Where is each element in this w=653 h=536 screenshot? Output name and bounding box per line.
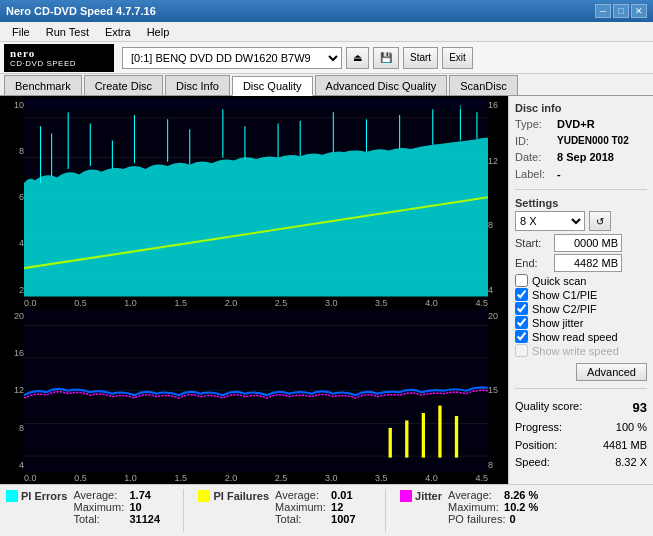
show-read-speed-checkbox[interactable] bbox=[515, 330, 528, 343]
jitter-avg-value: 8.26 % bbox=[504, 489, 544, 501]
jitter-group: Jitter Average: 8.26 % Maximum: 10.2 % P… bbox=[400, 489, 563, 532]
show-c1-pie-label: Show C1/PIE bbox=[532, 289, 597, 301]
menu-help[interactable]: Help bbox=[139, 24, 178, 40]
close-button[interactable]: ✕ bbox=[631, 4, 647, 18]
pi-failures-group: PI Failures Average: 0.01 Maximum: 12 To… bbox=[198, 489, 386, 532]
tab-create-disc[interactable]: Create Disc bbox=[84, 75, 163, 95]
progress-section: Progress: 100 % Position: 4481 MB Speed:… bbox=[515, 419, 647, 472]
pi-errors-max-value: 10 bbox=[129, 501, 169, 513]
quality-score-value: 93 bbox=[633, 400, 647, 415]
label-value: - bbox=[557, 166, 561, 183]
type-value: DVD+R bbox=[557, 116, 595, 133]
jitter-max-label: Maximum: bbox=[448, 501, 500, 513]
jitter-data: Average: 8.26 % Maximum: 10.2 % PO failu… bbox=[448, 489, 549, 525]
end-input[interactable] bbox=[554, 254, 622, 272]
pi-errors-total-label: Total: bbox=[73, 513, 125, 525]
top-chart-y-axis-left: 10 8 6 4 2 bbox=[0, 98, 24, 297]
pi-errors-group: PI Errors Average: 1.74 Maximum: 10 Tota… bbox=[6, 489, 184, 532]
pi-failures-total-row: Total: 1007 bbox=[275, 513, 371, 525]
disc-id-row: ID: YUDEN000 T02 bbox=[515, 133, 647, 150]
speed-value-quality: 8.32 X bbox=[615, 454, 647, 472]
pi-errors-total-row: Total: 31124 bbox=[73, 513, 169, 525]
quick-scan-label: Quick scan bbox=[532, 275, 586, 287]
tab-disc-info[interactable]: Disc Info bbox=[165, 75, 230, 95]
menu-bar: File Run Test Extra Help bbox=[0, 22, 653, 42]
id-label: ID: bbox=[515, 133, 553, 150]
eject-button[interactable]: ⏏ bbox=[346, 47, 369, 69]
pi-failures-label: PI Failures bbox=[213, 490, 269, 502]
app-title: Nero CD-DVD Speed 4.7.7.16 bbox=[6, 5, 156, 17]
start-input[interactable] bbox=[554, 234, 622, 252]
svg-rect-34 bbox=[422, 413, 425, 458]
disc-label-row: Label: - bbox=[515, 166, 647, 183]
menu-file[interactable]: File bbox=[4, 24, 38, 40]
tab-advanced-disc-quality[interactable]: Advanced Disc Quality bbox=[315, 75, 448, 95]
pi-failures-color bbox=[198, 490, 210, 502]
divider-2 bbox=[515, 388, 647, 389]
progress-value: 100 % bbox=[616, 419, 647, 437]
start-button[interactable]: Start bbox=[403, 47, 438, 69]
drive-select[interactable]: [0:1] BENQ DVD DD DW1620 B7W9 bbox=[122, 47, 342, 69]
exit-button[interactable]: Exit bbox=[442, 47, 473, 69]
jitter-max-value: 10.2 % bbox=[504, 501, 544, 513]
progress-label: Progress: bbox=[515, 419, 562, 437]
settings-title: Settings bbox=[515, 197, 647, 209]
toolbar: nero CD·DVD SPEED [0:1] BENQ DVD DD DW16… bbox=[0, 42, 653, 74]
position-row: Position: 4481 MB bbox=[515, 437, 647, 455]
pi-failures-max-value: 12 bbox=[331, 501, 371, 513]
quick-scan-row: Quick scan bbox=[515, 274, 647, 287]
svg-rect-25 bbox=[24, 98, 488, 109]
pi-failures-max-row: Maximum: 12 bbox=[275, 501, 371, 513]
show-c2-pif-checkbox[interactable] bbox=[515, 302, 528, 315]
pi-errors-avg-value: 1.74 bbox=[129, 489, 169, 501]
top-chart-svg bbox=[24, 98, 488, 297]
pi-failures-total-value: 1007 bbox=[331, 513, 371, 525]
menu-extra[interactable]: Extra bbox=[97, 24, 139, 40]
progress-row: Progress: 100 % bbox=[515, 419, 647, 437]
date-value: 8 Sep 2018 bbox=[557, 149, 614, 166]
bottom-chart-y-axis-right: 20 15 8 bbox=[488, 309, 508, 472]
pi-errors-max-label: Maximum: bbox=[73, 501, 125, 513]
jitter-label: Jitter bbox=[415, 490, 442, 502]
disc-info-title: Disc info bbox=[515, 102, 647, 114]
top-chart-y-axis-right: 16 12 8 4 bbox=[488, 98, 508, 297]
bottom-chart-svg bbox=[24, 309, 488, 472]
start-label: Start: bbox=[515, 237, 550, 249]
show-jitter-checkbox[interactable] bbox=[515, 316, 528, 329]
pi-errors-color bbox=[6, 490, 18, 502]
menu-run-test[interactable]: Run Test bbox=[38, 24, 97, 40]
settings-section: Settings 8 X ↺ Start: End: bbox=[515, 197, 647, 381]
quick-scan-checkbox[interactable] bbox=[515, 274, 528, 287]
tab-disc-quality[interactable]: Disc Quality bbox=[232, 76, 313, 96]
jitter-po-label: PO failures: bbox=[448, 513, 505, 525]
pi-failures-avg-label: Average: bbox=[275, 489, 327, 501]
nero-logo: nero CD·DVD SPEED bbox=[4, 44, 114, 72]
refresh-button[interactable]: ↺ bbox=[589, 211, 611, 231]
disc-type-row: Type: DVD+R bbox=[515, 116, 647, 133]
speed-select[interactable]: 8 X bbox=[515, 211, 585, 231]
bottom-chart-y-axis-left: 20 16 12 8 4 bbox=[0, 309, 24, 472]
pi-errors-total-value: 31124 bbox=[129, 513, 169, 525]
save-button[interactable]: 💾 bbox=[373, 47, 399, 69]
show-c1-pie-checkbox[interactable] bbox=[515, 288, 528, 301]
quality-score-label: Quality score: bbox=[515, 400, 582, 415]
svg-rect-36 bbox=[455, 416, 458, 458]
tab-bar: Benchmark Create Disc Disc Info Disc Qua… bbox=[0, 74, 653, 96]
bottom-chart-container: 20 16 12 8 4 bbox=[0, 309, 508, 484]
show-write-speed-checkbox[interactable] bbox=[515, 344, 528, 357]
show-c2-pif-row: Show C2/PIF bbox=[515, 302, 647, 315]
top-chart-inner bbox=[24, 98, 488, 297]
type-label: Type: bbox=[515, 116, 553, 133]
pi-failures-avg-row: Average: 0.01 bbox=[275, 489, 371, 501]
jitter-po-value: 0 bbox=[509, 513, 549, 525]
speed-row: 8 X ↺ bbox=[515, 211, 647, 231]
position-value: 4481 MB bbox=[603, 437, 647, 455]
advanced-button[interactable]: Advanced bbox=[576, 363, 647, 381]
maximize-button[interactable]: □ bbox=[613, 4, 629, 18]
show-read-speed-label: Show read speed bbox=[532, 331, 618, 343]
tab-benchmark[interactable]: Benchmark bbox=[4, 75, 82, 95]
tab-scan-disc[interactable]: ScanDisc bbox=[449, 75, 517, 95]
disc-date-row: Date: 8 Sep 2018 bbox=[515, 149, 647, 166]
title-bar: Nero CD-DVD Speed 4.7.7.16 ─ □ ✕ bbox=[0, 0, 653, 22]
minimize-button[interactable]: ─ bbox=[595, 4, 611, 18]
